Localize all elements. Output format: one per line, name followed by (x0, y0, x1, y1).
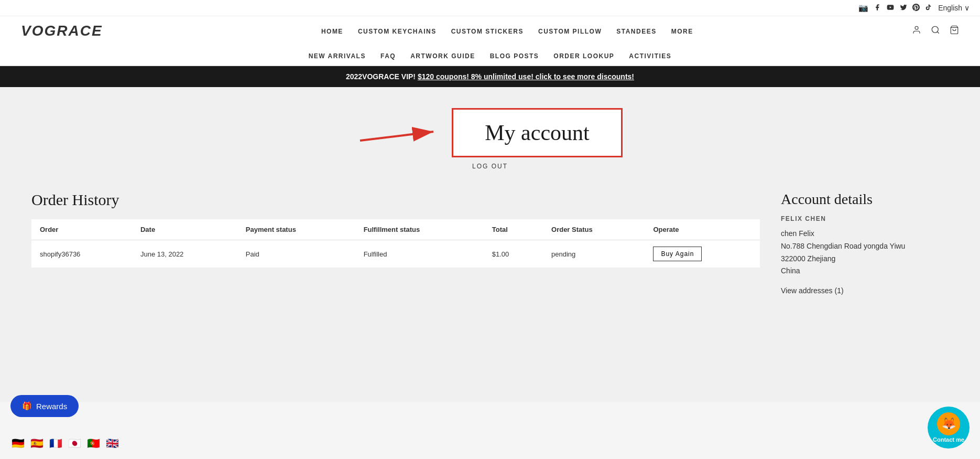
svg-point-0 (915, 26, 918, 29)
order-status: pending (543, 240, 645, 268)
col-total: Total (484, 219, 543, 240)
order-fulfillment-status: Fulfilled (355, 240, 484, 268)
col-date: Date (132, 219, 237, 240)
order-id: shopify36736 (31, 240, 132, 268)
col-payment-status: Payment status (237, 219, 355, 240)
youtube-icon[interactable] (886, 4, 895, 13)
nav-home[interactable]: HOME (321, 28, 343, 35)
rewards-label: Rewards (36, 402, 67, 402)
svg-line-5 (360, 132, 433, 141)
pinterest-icon[interactable] (912, 4, 920, 13)
site-logo[interactable]: VOGRACE (21, 23, 103, 39)
main-content: My account LOG OUT Order History Order D… (0, 87, 980, 402)
language-selector[interactable]: English ∨ (938, 4, 970, 12)
my-account-box: My account (452, 108, 622, 157)
promo-banner[interactable]: 2022VOGRACE VIP! $120 coupons! 8% unlimi… (0, 66, 980, 87)
nav-faq[interactable]: FAQ (380, 52, 396, 60)
order-payment-status: Paid (237, 240, 355, 268)
logout-link[interactable]: LOG OUT (472, 163, 508, 170)
order-operate: Buy Again (645, 240, 760, 268)
account-details-title: Account details (781, 191, 949, 208)
order-table-head: Order Date Payment status Fulfillment st… (31, 219, 760, 240)
social-icons: 📷 (858, 3, 932, 13)
account-icon[interactable] (912, 25, 921, 37)
col-fulfillment-status: Fulfillment status (355, 219, 484, 240)
nav-bottom-links: NEW ARRIVALS FAQ ARTWORK GUIDE BLOG POST… (21, 46, 959, 66)
col-operate: Operate (645, 219, 760, 240)
content-row: Order History Order Date Payment status … (31, 191, 949, 295)
address-line4: China (781, 265, 949, 277)
red-arrow-icon (357, 117, 441, 148)
order-history-title: Order History (31, 191, 760, 209)
nav-activities[interactable]: ACTIVITIES (629, 52, 671, 60)
account-name: FELIX CHEN (781, 215, 949, 222)
search-icon[interactable] (931, 25, 940, 37)
order-total: $1.00 (484, 240, 543, 268)
table-row: shopify36736 June 13, 2022 Paid Fulfille… (31, 240, 760, 268)
order-history-section: Order History Order Date Payment status … (31, 191, 760, 268)
order-table-body: shopify36736 June 13, 2022 Paid Fulfille… (31, 240, 760, 268)
instagram-icon[interactable]: 📷 (858, 3, 868, 13)
address-line3: 322000 Zhejiang (781, 253, 949, 265)
nav-keychains[interactable]: CUSTOM KEYCHAINS (358, 28, 437, 35)
promo-text: 2022VOGRACE VIP! (346, 72, 418, 81)
nav-pillow[interactable]: CUSTOM PILLOW (538, 28, 602, 35)
buy-again-button[interactable]: Buy Again (653, 247, 702, 261)
tiktok-icon[interactable] (925, 4, 932, 13)
twitter-icon[interactable] (900, 4, 907, 13)
arrow-annotation (357, 117, 441, 148)
account-address: chen Felix No.788 Chengdian Road yongda … (781, 228, 949, 277)
nav-standees[interactable]: STANDEES (616, 28, 656, 35)
address-line2: No.788 Chengdian Road yongda Yiwu (781, 240, 949, 253)
nav-top-links: HOME CUSTOM KEYCHAINS CUSTOM STICKERS CU… (103, 26, 912, 36)
main-nav: VOGRACE HOME CUSTOM KEYCHAINS CUSTOM STI… (0, 16, 980, 66)
nav-order-lookup[interactable]: ORDER LOOKUP (553, 52, 614, 60)
nav-blog-posts[interactable]: BLOG POSTS (490, 52, 539, 60)
nav-new-arrivals[interactable]: NEW ARRIVALS (309, 52, 366, 60)
svg-line-2 (937, 31, 939, 33)
nav-artwork-guide[interactable]: ARTWORK GUIDE (410, 52, 475, 60)
view-addresses-link[interactable]: View addresses (1) (781, 286, 844, 295)
order-table: Order Date Payment status Fulfillment st… (31, 219, 760, 268)
address-line1: chen Felix (781, 228, 949, 240)
col-order: Order (31, 219, 132, 240)
top-bar: 📷 English ∨ (0, 0, 980, 16)
order-table-header-row: Order Date Payment status Fulfillment st… (31, 219, 760, 240)
account-details-section: Account details FELIX CHEN chen Felix No… (781, 191, 949, 295)
nav-icons (912, 25, 959, 37)
facebook-icon[interactable] (874, 4, 881, 13)
promo-link[interactable]: $120 coupons! 8% unlimited use! click to… (418, 72, 634, 81)
cart-icon[interactable] (950, 25, 959, 37)
col-order-status: Order Status (543, 219, 645, 240)
order-date: June 13, 2022 (132, 240, 237, 268)
nav-stickers[interactable]: CUSTOM STICKERS (451, 28, 524, 35)
rewards-icon: 🎁 (22, 401, 32, 402)
svg-point-1 (932, 26, 938, 33)
account-header: My account LOG OUT (31, 108, 949, 170)
my-account-title: My account (485, 120, 589, 145)
rewards-button[interactable]: 🎁 Rewards (10, 395, 79, 402)
nav-more[interactable]: MORE (671, 28, 693, 35)
